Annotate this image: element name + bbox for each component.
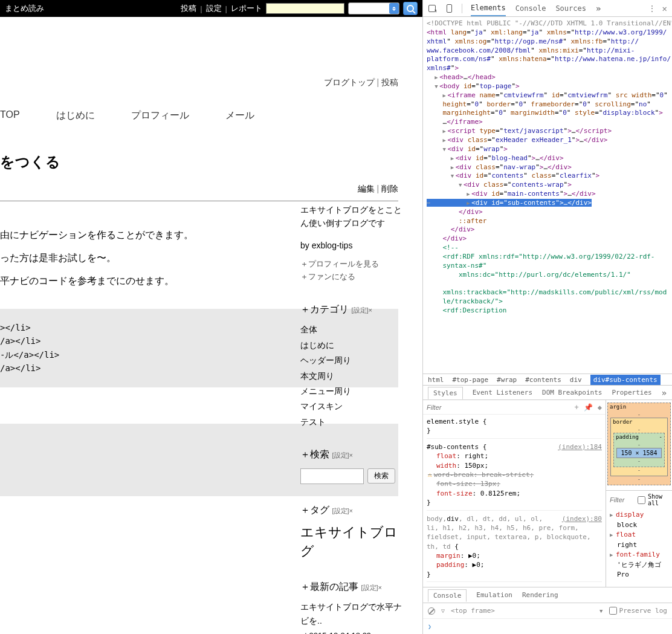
topbar-search-button[interactable] (403, 2, 418, 15)
recent-date: at 2015-12-24 18:29 (300, 630, 409, 634)
preserve-log-checkbox[interactable] (609, 607, 617, 615)
tab-event-listeners[interactable]: Event Listeners (473, 389, 532, 396)
cat-item[interactable]: ヘッダー周り (300, 354, 409, 367)
tag-item[interactable]: エキサイトブログ (300, 523, 409, 561)
tab-styles[interactable]: Styles (428, 387, 463, 399)
menu-icon[interactable] (648, 4, 656, 13)
cat-item[interactable]: はじめに (300, 338, 409, 352)
nav-top[interactable]: TOP (0, 109, 20, 122)
cat-item[interactable]: テスト (300, 415, 409, 429)
edit-link[interactable]: 編集 (358, 184, 375, 193)
category-setting[interactable]: [設定] (351, 306, 368, 314)
console-toolbar: <top frame> Preserve log (423, 603, 672, 619)
tag-setting[interactable]: [設定] (332, 507, 349, 514)
bc-item[interactable]: div (570, 376, 582, 384)
cat-item[interactable]: マイスキン (300, 399, 409, 413)
search-icon (407, 5, 414, 12)
cat-item[interactable]: 全体 (300, 323, 409, 336)
topbar-report-link[interactable]: レポート (231, 3, 262, 14)
bc-item[interactable]: #wrap (497, 376, 517, 384)
pin-icon[interactable]: 📌 (584, 403, 593, 412)
tab-elements[interactable]: Elements (471, 4, 506, 16)
nav-intro[interactable]: はじめに (56, 109, 95, 122)
more-tabs-icon[interactable]: » (596, 4, 599, 13)
topbar-post-link[interactable]: 投稿 (181, 3, 196, 14)
device-icon[interactable] (445, 4, 453, 13)
profile-link[interactable]: ＋プロフィールを見る (300, 258, 409, 271)
bc-item-selected[interactable]: div#sub-contents (590, 375, 661, 385)
delete-link[interactable]: 削除 (381, 184, 398, 193)
tab-dom-breakpoints[interactable]: DOM Breakpoints (542, 389, 602, 396)
article-title: をつくる (0, 152, 422, 172)
styles-tabs: Styles Event Listeners DOM Breakpoints P… (423, 386, 672, 400)
drawer-tab-emulation[interactable]: Emulation (476, 591, 512, 599)
recent-setting[interactable]: [設定] (361, 584, 378, 591)
tab-properties[interactable]: Properties (612, 389, 651, 396)
sidebar-search-input[interactable] (300, 468, 364, 484)
drawer-tab-rendering[interactable]: Rendering (522, 591, 558, 599)
filter-icon[interactable] (441, 607, 445, 615)
topbar-search-input[interactable] (266, 3, 344, 14)
topbar-matome[interactable]: まとめ読み (5, 3, 44, 14)
bc-item[interactable]: #top-page (453, 376, 489, 384)
search-setting[interactable]: [設定] (332, 451, 349, 459)
nav-profile[interactable]: プロフィール (131, 109, 189, 122)
elements-tree[interactable]: <!DOCTYPE html PUBLIC "-//W3C//DTD XHTML… (423, 17, 672, 374)
post-link[interactable]: 投稿 (381, 77, 398, 87)
styles-filter-input[interactable] (427, 404, 570, 411)
recent-post[interactable]: エキサイトブログで水平ナビを.. (300, 600, 409, 627)
sidebar-intro: エキサイトブログをとことん使い倒すブログです (300, 203, 409, 230)
chevron-down-icon[interactable] (599, 607, 603, 615)
topbar-search-select[interactable]: 投稿内容 (348, 2, 399, 15)
devtools: Elements Console Sources » ✕ <!DOCTYPE h… (422, 0, 672, 634)
drawer-tabs: Console Emulation Rendering (423, 587, 672, 603)
fan-link[interactable]: ＋ファンになる (300, 271, 409, 283)
clear-console-icon[interactable] (428, 607, 435, 615)
inspect-icon[interactable] (428, 4, 436, 13)
box-model: argin - border - padding- - 150 × 1584 -… (606, 400, 672, 587)
blogtop-link[interactable]: ブログトップ (324, 77, 375, 87)
computed-filter-input[interactable] (610, 496, 634, 503)
breadcrumb: html #top-page #wrap #contents div div#s… (423, 374, 672, 386)
console-input[interactable] (423, 619, 672, 634)
add-rule-icon[interactable]: + (575, 403, 579, 412)
nav-mail[interactable]: メール (225, 109, 254, 122)
show-all-checkbox[interactable] (638, 496, 645, 504)
hover-icon[interactable]: ◆ (598, 403, 602, 412)
category-heading: ＋カテゴリ (300, 304, 349, 314)
blog-sidebar: エキサイトブログをとことん使い倒すブログです by exblog-tips ＋プ… (300, 203, 409, 634)
frame-select[interactable]: <top frame> (451, 607, 495, 615)
recent-heading: ＋最新の記事 (300, 581, 358, 592)
topbar-settings-link[interactable]: 設定 (206, 3, 222, 14)
more-styles-tabs-icon[interactable]: » (662, 388, 665, 398)
main-nav: TOP はじめに プロフィール メール (0, 100, 422, 134)
styles-rules[interactable]: element.style { } #sub-contents {(index)… (423, 415, 606, 587)
tag-heading: ＋タグ (300, 505, 329, 515)
topbar: まとめ読み 投稿 | 設定 | レポート 投稿内容 (0, 0, 422, 17)
bc-item[interactable]: html (428, 376, 444, 384)
devtools-toolbar: Elements Console Sources » ✕ (423, 0, 672, 17)
sidebar-author: by exblog-tips (300, 239, 409, 252)
cat-item[interactable]: メニュー周り (300, 384, 409, 398)
cat-item[interactable]: 本文周り (300, 369, 409, 383)
bc-item[interactable]: #contents (525, 376, 561, 384)
tab-console[interactable]: Console (515, 4, 546, 13)
search-heading: ＋検索 (300, 449, 329, 459)
sidebar-search-button[interactable]: 検索 (367, 468, 395, 484)
close-icon[interactable]: ✕ (662, 4, 667, 13)
drawer-tab-console[interactable]: Console (428, 589, 467, 602)
blog-subnav: ブログトップ | 投稿 (0, 17, 422, 100)
tab-sources[interactable]: Sources (555, 4, 586, 13)
